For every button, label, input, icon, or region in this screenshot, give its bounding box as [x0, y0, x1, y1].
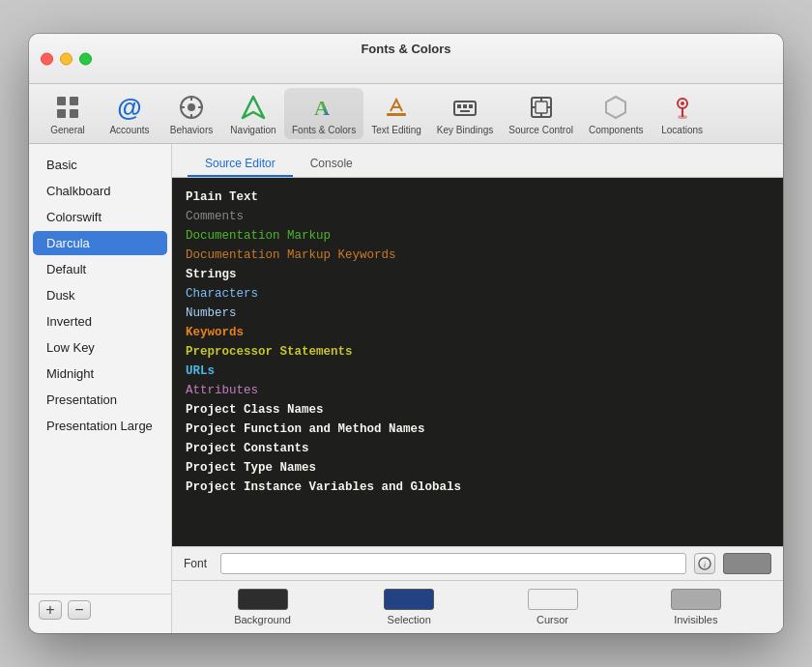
svg-rect-2 — [57, 109, 66, 118]
maximize-button[interactable] — [79, 52, 92, 65]
toolbar-item-accounts[interactable]: @ Accounts — [99, 88, 160, 139]
toolbar-item-general[interactable]: General — [37, 88, 99, 139]
preview-line-classnames: Project Class Names — [186, 400, 769, 420]
svg-rect-1 — [70, 97, 78, 105]
cursor-label: Cursor — [536, 614, 568, 625]
sidebar-item-chalkboard[interactable]: Chalkboard — [33, 179, 167, 203]
preview-line-numbers: Numbers — [186, 304, 769, 323]
locations-icon — [667, 92, 698, 123]
cursor-swatch[interactable] — [528, 589, 578, 610]
toolbar-label-navigation: Navigation — [230, 125, 276, 135]
toolbar-item-source-control[interactable]: Source Control — [501, 88, 581, 139]
svg-rect-12 — [387, 113, 406, 116]
background-label: Background — [234, 614, 291, 625]
main-content: Basic Chalkboard Colorswift Darcula Defa… — [29, 144, 783, 633]
toolbar-label-locations: Locations — [661, 125, 703, 135]
font-input[interactable] — [220, 553, 686, 574]
sidebar-item-dusk[interactable]: Dusk — [33, 283, 167, 307]
preview-line-keywords: Keywords — [186, 323, 769, 342]
sidebar-item-darcula[interactable]: Darcula — [33, 231, 167, 255]
sidebar-item-midnight[interactable]: Midnight — [33, 362, 167, 386]
close-button[interactable] — [41, 52, 53, 65]
toolbar-label-fonts-colors: Fonts & Colors — [292, 125, 356, 135]
preview-line-docmarkup-kw: Documentation Markup Keywords — [186, 246, 769, 265]
svg-rect-17 — [469, 104, 473, 108]
selection-label: Selection — [388, 614, 431, 625]
sidebar-item-default[interactable]: Default — [33, 257, 167, 281]
sidebar-item-low-key[interactable]: Low Key — [33, 335, 167, 360]
toolbar-label-general: General — [50, 125, 85, 135]
svg-text:i: i — [704, 560, 707, 569]
svg-rect-3 — [70, 109, 78, 118]
toolbar-label-text-editing: Text Editing — [371, 125, 421, 135]
traffic-lights — [41, 52, 92, 65]
preview-line-funcnames: Project Function and Method Names — [186, 420, 769, 439]
tab-bar: Source Editor Console — [172, 144, 783, 178]
preview-line-docmarkup: Documentation Markup — [186, 226, 769, 246]
remove-theme-button[interactable]: − — [68, 600, 91, 620]
sidebar-item-colorswift[interactable]: Colorswift — [33, 205, 167, 229]
selection-swatch[interactable] — [384, 589, 434, 610]
toolbar-label-source-control: Source Control — [508, 125, 573, 135]
preview-line-typenames: Project Type Names — [186, 458, 769, 478]
titlebar: Fonts & Colors — [29, 34, 783, 84]
sidebar-item-inverted[interactable]: Inverted — [33, 309, 167, 334]
toolbar-item-key-bindings[interactable]: Key Bindings — [429, 88, 501, 139]
svg-marker-25 — [606, 97, 625, 118]
svg-rect-20 — [536, 102, 547, 113]
accounts-icon: @ — [114, 92, 145, 123]
toolbar: General @ Accounts Behaviors — [29, 84, 783, 144]
swatch-group-background: Background — [234, 589, 291, 625]
sidebar: Basic Chalkboard Colorswift Darcula Defa… — [29, 144, 172, 633]
add-theme-button[interactable]: + — [39, 600, 62, 620]
swatch-group-selection: Selection — [384, 589, 434, 625]
components-icon — [600, 92, 631, 123]
toolbar-label-key-bindings: Key Bindings — [437, 125, 493, 135]
invisibles-label: Invisibles — [674, 614, 717, 625]
minimize-button[interactable] — [60, 52, 72, 65]
swatch-group-invisibles: Invisibles — [671, 589, 721, 625]
font-color-swatch[interactable] — [723, 553, 771, 574]
svg-point-27 — [681, 102, 684, 105]
text-editing-icon — [381, 92, 412, 123]
swatch-group-cursor: Cursor — [528, 589, 578, 625]
toolbar-label-components: Components — [589, 125, 644, 135]
preview-line-characters: Characters — [186, 284, 769, 304]
tab-source-editor[interactable]: Source Editor — [188, 152, 293, 177]
behaviors-icon — [176, 92, 207, 123]
sidebar-footer: + − — [29, 594, 171, 625]
general-icon — [52, 92, 83, 123]
toolbar-item-text-editing[interactable]: Text Editing — [363, 88, 429, 139]
preview-line-comments: Comments — [186, 207, 769, 226]
sidebar-item-basic[interactable]: Basic — [33, 153, 167, 177]
preview-line-plain: Plain Text — [186, 188, 769, 207]
background-swatch[interactable] — [238, 589, 288, 610]
toolbar-item-components[interactable]: Components — [581, 88, 652, 139]
toolbar-item-behaviors[interactable]: Behaviors — [160, 88, 222, 139]
invisibles-swatch[interactable] — [671, 589, 721, 610]
toolbar-item-fonts-colors[interactable]: A Fonts & Colors — [284, 88, 363, 139]
svg-point-28 — [678, 115, 687, 119]
tab-console[interactable]: Console — [293, 152, 370, 177]
svg-text:A: A — [314, 96, 330, 120]
main-window: Fonts & Colors General @ Accounts — [29, 34, 783, 633]
preview-line-strings: Strings — [186, 265, 769, 284]
preview-line-instancevars: Project Instance Variables and Globals — [186, 478, 769, 497]
preview-area[interactable]: Plain Text Comments Documentation Markup… — [172, 178, 783, 546]
source-control-icon — [526, 92, 557, 123]
preview-line-constants: Project Constants — [186, 439, 769, 458]
right-panel: Source Editor Console Plain Text Comment… — [172, 144, 783, 633]
toolbar-item-navigation[interactable]: Navigation — [222, 88, 284, 139]
window-title: Fonts & Colors — [361, 42, 450, 56]
font-row: Font i — [172, 546, 783, 580]
toolbar-label-behaviors: Behaviors — [170, 125, 213, 135]
toolbar-item-locations[interactable]: Locations — [652, 88, 713, 139]
svg-rect-15 — [457, 104, 461, 108]
svg-rect-16 — [463, 104, 467, 108]
navigation-icon — [238, 92, 269, 123]
sidebar-item-presentation[interactable]: Presentation — [33, 388, 167, 412]
preview-line-attributes: Attributes — [186, 381, 769, 400]
font-info-button[interactable]: i — [694, 553, 715, 574]
svg-rect-0 — [57, 97, 66, 105]
sidebar-item-presentation-large[interactable]: Presentation Large — [33, 414, 167, 438]
